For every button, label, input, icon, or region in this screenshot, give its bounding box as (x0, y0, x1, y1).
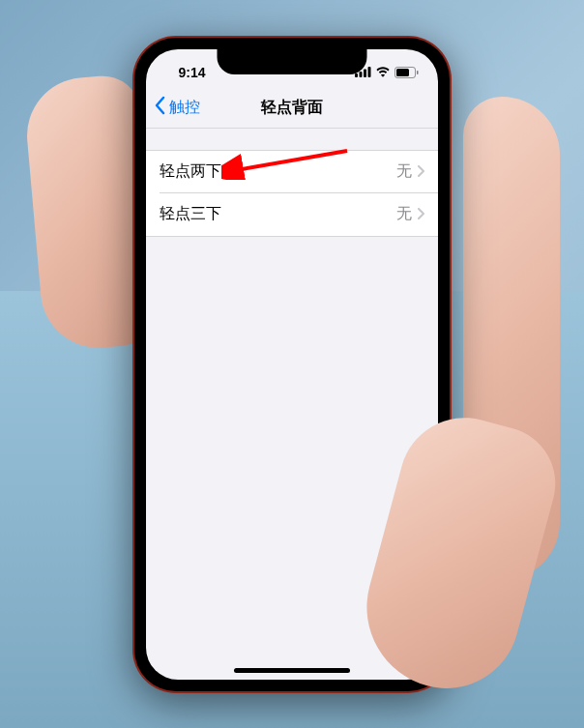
row-label: 轻点两下 (160, 161, 221, 182)
chevron-left-icon (154, 96, 165, 119)
svg-rect-2 (364, 70, 366, 78)
back-button-label: 触控 (169, 98, 200, 118)
svg-rect-3 (368, 67, 371, 77)
row-double-tap[interactable]: 轻点两下 无 (146, 151, 438, 193)
page-title: 轻点背面 (261, 98, 323, 118)
row-label: 轻点三下 (160, 204, 221, 224)
row-value: 无 (396, 204, 412, 224)
svg-rect-6 (417, 71, 419, 74)
navigation-bar: 触控 轻点背面 (146, 88, 438, 129)
wifi-icon (375, 67, 391, 77)
svg-rect-5 (396, 69, 409, 76)
home-indicator[interactable] (234, 668, 350, 673)
notch (218, 49, 367, 74)
row-triple-tap[interactable]: 轻点三下 无 (146, 193, 438, 236)
chevron-right-icon (418, 206, 424, 223)
svg-rect-1 (360, 72, 363, 77)
svg-rect-0 (355, 73, 358, 77)
settings-list: 轻点两下 无 轻点三下 无 (146, 150, 438, 237)
status-time: 9:14 (165, 65, 219, 80)
row-value: 无 (396, 161, 412, 182)
battery-icon (394, 67, 419, 78)
back-button[interactable]: 触控 (154, 96, 200, 119)
chevron-right-icon (418, 163, 424, 181)
